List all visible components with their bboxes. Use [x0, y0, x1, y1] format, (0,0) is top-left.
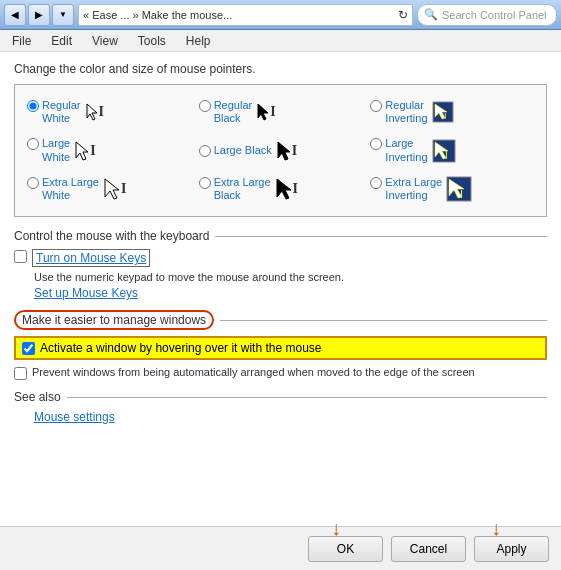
text-cursor-lb-icon: I — [292, 143, 297, 159]
pointer-cell-xl-inverting: Extra LargeInverting I — [366, 170, 538, 208]
cursor-large-black-icon — [276, 141, 292, 161]
back-button[interactable]: ◀ — [4, 4, 26, 26]
radio-input-large-inverting[interactable] — [370, 138, 382, 150]
radio-regular-black[interactable]: RegularBlack — [199, 99, 253, 125]
radio-regular-inverting[interactable]: RegularInverting — [370, 99, 427, 125]
menu-help[interactable]: Help — [182, 32, 215, 50]
radio-xl-inverting[interactable]: Extra LargeInverting — [370, 176, 442, 202]
pointer-row-2: LargeWhite I Large Black I — [23, 131, 538, 169]
mouse-keys-desc: Use the numeric keypad to move the mouse… — [34, 271, 547, 283]
svg-marker-5 — [76, 142, 88, 160]
keyboard-section-header: Control the mouse with the keyboard — [14, 229, 547, 243]
dropdown-button[interactable]: ▼ — [52, 4, 74, 26]
cursor-xl-black: I — [275, 178, 298, 200]
cursor-black-arrow-icon — [256, 103, 270, 121]
nav-buttons: ◀ ▶ ▼ — [4, 4, 74, 26]
pointer-cell-regular-inverting: RegularInverting I — [366, 93, 538, 131]
radio-input-large-white[interactable] — [27, 138, 39, 150]
content-area: Change the color and size of mouse point… — [0, 52, 561, 526]
pointer-grid: RegularWhite I RegularBlack I — [14, 84, 547, 217]
see-also-section: See also Mouse settings — [14, 390, 547, 424]
pointer-cell-xl-black: Extra LargeBlack I — [195, 170, 367, 208]
arrow-apply-annotation: ↓ — [491, 517, 501, 540]
mouse-keys-checkbox[interactable] — [14, 250, 27, 263]
manage-windows-section-header: Make it easier to manage windows — [14, 310, 547, 330]
cursor-xl-white-icon — [103, 178, 121, 200]
menu-edit[interactable]: Edit — [47, 32, 76, 50]
refresh-icon[interactable]: ↻ — [398, 8, 408, 22]
pointer-row-1: RegularWhite I RegularBlack I — [23, 93, 538, 131]
svg-text:I: I — [444, 111, 447, 121]
svg-text:I: I — [445, 150, 448, 161]
pointer-row-3: Extra LargeWhite I Extra LargeBlack I — [23, 170, 538, 208]
radio-xl-white[interactable]: Extra LargeWhite — [27, 176, 99, 202]
pointer-cell-large-white: LargeWhite I — [23, 131, 195, 169]
radio-large-inverting[interactable]: LargeInverting — [370, 137, 427, 163]
cursor-large-inverting: I — [432, 139, 456, 163]
see-also-line — [67, 397, 547, 398]
menu-bar: File Edit View Tools Help — [0, 30, 561, 52]
svg-marker-1 — [258, 104, 268, 120]
radio-input-xl-inverting[interactable] — [370, 177, 382, 189]
pointer-cell-large-black: Large Black I — [195, 131, 367, 169]
svg-marker-11 — [277, 179, 291, 199]
mouse-settings-link[interactable]: Mouse settings — [34, 410, 547, 424]
search-icon: 🔍 — [424, 8, 438, 21]
text-cursor-lw-icon: I — [90, 143, 95, 159]
manage-windows-line — [220, 320, 547, 321]
cursor-regular-inverting: I — [432, 101, 454, 123]
title-bar: ◀ ▶ ▼ « Ease ... » Make the mouse... ↻ 🔍… — [0, 0, 561, 30]
svg-marker-10 — [105, 179, 119, 199]
keyboard-section-line — [215, 236, 547, 237]
menu-file[interactable]: File — [8, 32, 35, 50]
radio-input-xl-black[interactable] — [199, 177, 211, 189]
radio-input-xl-white[interactable] — [27, 177, 39, 189]
pointer-cell-regular-black: RegularBlack I — [195, 93, 367, 131]
cursor-regular-white: I — [85, 103, 104, 121]
ok-button[interactable]: OK — [308, 536, 383, 562]
address-bar[interactable]: « Ease ... » Make the mouse... ↻ — [78, 4, 413, 26]
text-cursor-xlw-icon: I — [121, 181, 126, 197]
button-bar: ↓ ↓ OK Cancel Apply — [0, 526, 561, 570]
svg-marker-0 — [87, 104, 97, 120]
activate-window-checkbox[interactable] — [22, 342, 35, 355]
pointer-cell-regular-white: RegularWhite I — [23, 93, 195, 131]
menu-view[interactable]: View — [88, 32, 122, 50]
text-cursor-xlb-icon: I — [293, 181, 298, 197]
cancel-button[interactable]: Cancel — [391, 536, 466, 562]
radio-regular-white[interactable]: RegularWhite — [27, 99, 81, 125]
prevent-arrange-label: Prevent windows from being automatically… — [32, 366, 475, 378]
cursor-large-white: I — [74, 141, 95, 161]
menu-tools[interactable]: Tools — [134, 32, 170, 50]
radio-large-black[interactable]: Large Black — [199, 144, 272, 157]
svg-text:I: I — [460, 188, 463, 200]
see-also-title: See also — [14, 390, 61, 404]
cursor-large-black: I — [276, 141, 297, 161]
radio-large-white[interactable]: LargeWhite — [27, 137, 70, 163]
apply-button[interactable]: Apply — [474, 536, 549, 562]
cursor-large-invert-icon: I — [432, 139, 456, 163]
search-bar[interactable]: 🔍 Search Control Panel — [417, 4, 557, 26]
cursor-xl-inverting: I — [446, 176, 472, 202]
radio-xl-black[interactable]: Extra LargeBlack — [199, 176, 271, 202]
search-placeholder: Search Control Panel — [442, 9, 547, 21]
pointer-cell-xl-white: Extra LargeWhite I — [23, 170, 195, 208]
cursor-xl-black-icon — [275, 178, 293, 200]
arrow-ok-annotation: ↓ — [331, 517, 341, 540]
manage-windows-title: Make it easier to manage windows — [14, 310, 214, 330]
radio-input-regular-black[interactable] — [199, 100, 211, 112]
text-cursor-black-icon: I — [270, 104, 275, 120]
activate-window-label: Activate a window by hovering over it wi… — [40, 341, 321, 355]
cursor-large-white-icon — [74, 141, 90, 161]
activate-window-row: Activate a window by hovering over it wi… — [14, 336, 547, 360]
setup-mouse-keys-link[interactable]: Set up Mouse Keys — [34, 286, 547, 300]
keyboard-section-title: Control the mouse with the keyboard — [14, 229, 209, 243]
mouse-keys-label: Turn on Mouse Keys — [32, 249, 150, 267]
pointer-cell-large-inverting: LargeInverting I — [366, 131, 538, 169]
radio-input-large-black[interactable] — [199, 145, 211, 157]
radio-input-regular-white[interactable] — [27, 100, 39, 112]
cursor-invert-icon: I — [432, 101, 454, 123]
forward-button[interactable]: ▶ — [28, 4, 50, 26]
prevent-arrange-checkbox[interactable] — [14, 367, 27, 380]
radio-input-regular-inverting[interactable] — [370, 100, 382, 112]
